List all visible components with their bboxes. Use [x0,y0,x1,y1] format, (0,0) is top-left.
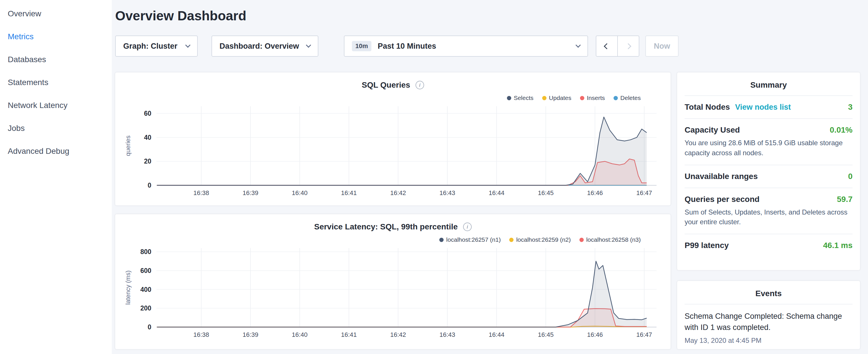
chevron-right-icon [625,43,631,49]
sidebar-item-advanced-debug[interactable]: Advanced Debug [0,140,112,163]
svg-text:16:39: 16:39 [243,189,258,196]
sql-queries-chart[interactable]: 020406016:3816:3916:4016:4116:4216:4316:… [122,103,664,198]
event-timestamp: May 13, 2020 at 4:45 PM [685,336,852,345]
legend-item-localhost-26257-n1[interactable]: localhost:26257 (n1) [439,236,501,243]
legend-item-inserts[interactable]: Inserts [580,95,605,101]
time-next-button[interactable] [617,35,639,57]
legend-dot-icon [580,238,584,242]
svg-text:60: 60 [144,110,151,117]
summary-label: Queries per second [685,195,760,204]
time-step-buttons [596,35,639,57]
graph-dropdown[interactable]: Graph: Cluster [115,35,198,57]
svg-text:16:44: 16:44 [489,331,504,338]
svg-text:16:47: 16:47 [637,331,652,338]
chevron-down-icon [185,42,190,47]
svg-text:16:40: 16:40 [292,331,308,338]
summary-value: 59.7 [837,195,853,204]
info-icon[interactable]: i [415,81,424,89]
legend-dot-icon [439,238,443,242]
chevron-down-icon [306,42,311,47]
svg-text:16:41: 16:41 [341,331,357,338]
svg-text:16:40: 16:40 [292,189,308,196]
svg-text:40: 40 [144,134,151,141]
legend-dot-icon [509,238,514,242]
legend-label: Updates [549,95,571,101]
chart-title: Service Latency: SQL, 99th percentile [314,222,458,231]
svg-text:16:46: 16:46 [587,189,603,196]
legend-label: Inserts [587,95,605,101]
legend-item-localhost-26259-n2[interactable]: localhost:26259 (n2) [509,236,570,243]
legend-dot-icon [614,96,618,100]
events-card: Events Schema Change Completed: Schema c… [677,281,860,349]
chart-legend: SelectsUpdatesInsertsDeletes [122,94,664,102]
summary-value: 46.1 ms [823,241,852,250]
time-window-selector[interactable]: 10m Past 10 Minutes [344,35,588,57]
graph-dropdown-label: Graph: Cluster [123,42,177,51]
chart-card-service-latency: Service Latency: SQL, 99th percentile i … [115,214,671,349]
sidebar-item-statements[interactable]: Statements [0,71,112,94]
summary-label: P99 latency [685,241,729,250]
time-window-label: Past 10 Minutes [378,42,436,51]
sidebar-item-metrics[interactable]: Metrics [0,25,112,48]
legend-item-updates[interactable]: Updates [542,95,571,101]
svg-text:800: 800 [141,248,151,255]
view-nodes-list-link[interactable]: View nodes list [735,103,791,112]
time-window-badge: 10m [352,41,371,51]
legend-dot-icon [507,96,511,100]
summary-rows: Total NodesView nodes list3Capacity Used… [685,96,852,257]
events-title: Events [685,281,852,304]
legend-dot-icon [580,96,584,100]
dashboard-body: SQL Queries i SelectsUpdatesInsertsDelet… [115,72,860,349]
summary-value: 3 [848,102,852,112]
service-latency-chart[interactable]: 020040060080016:3816:3916:4016:4116:4216… [122,245,664,340]
event-text: Schema Change Completed: Schema change w… [685,311,852,333]
main-content: Overview Dashboard Graph: Cluster Dashbo… [112,0,868,354]
right-column: Summary Total NodesView nodes list3Capac… [677,72,860,349]
time-prev-button[interactable] [596,35,618,57]
chart-card-sql-queries: SQL Queries i SelectsUpdatesInsertsDelet… [115,72,671,205]
summary-row-total-nodes: Total NodesView nodes list3 [685,96,852,118]
svg-text:latency (ms): latency (ms) [124,270,131,305]
now-button[interactable]: Now [645,35,679,57]
svg-text:16:46: 16:46 [587,331,603,338]
svg-text:0: 0 [148,323,151,331]
dashboard-dropdown[interactable]: Dashboard: Overview [212,35,318,57]
svg-text:16:45: 16:45 [538,331,554,338]
legend-label: localhost:26259 (n2) [516,236,570,243]
legend-label: localhost:26257 (n1) [446,236,501,243]
info-icon[interactable]: i [463,223,472,231]
summary-label: Unavailable ranges [685,172,758,181]
legend-label: localhost:26258 (n3) [586,236,641,243]
summary-title: Summary [685,72,852,96]
legend-dot-icon [542,96,547,100]
legend-label: Selects [514,95,534,101]
svg-text:16:44: 16:44 [489,189,504,196]
summary-row-p99-latency: P99 latency46.1 ms [685,234,852,257]
svg-text:16:39: 16:39 [243,331,258,338]
event-item: Schema Change Completed: Schema change w… [685,311,852,345]
svg-text:queries: queries [124,135,131,156]
legend-item-selects[interactable]: Selects [507,95,534,101]
svg-text:200: 200 [141,304,151,312]
sidebar-item-jobs[interactable]: Jobs [0,117,112,140]
svg-text:600: 600 [141,267,151,275]
sidebar-item-network-latency[interactable]: Network Latency [0,94,112,117]
dashboard-dropdown-label: Dashboard: Overview [219,42,299,51]
legend-label: Deletes [620,95,641,101]
svg-text:16:42: 16:42 [390,331,406,338]
sidebar-item-databases[interactable]: Databases [0,48,112,71]
chart-title-row: Service Latency: SQL, 99th percentile i [122,222,664,234]
legend-item-deletes[interactable]: Deletes [614,95,641,101]
legend-item-localhost-26258-n3[interactable]: localhost:26258 (n3) [580,236,641,243]
chevron-left-icon [604,43,610,49]
svg-text:16:38: 16:38 [193,331,209,338]
sidebar-item-overview[interactable]: Overview [0,2,112,25]
svg-text:16:45: 16:45 [538,189,554,196]
chart-legend: localhost:26257 (n1)localhost:26259 (n2)… [122,235,664,244]
app-root: OverviewMetricsDatabasesStatementsNetwor… [0,0,868,354]
page-title: Overview Dashboard [115,7,860,24]
summary-value: 0 [848,172,852,181]
summary-caption: Sum of Selects, Updates, Inserts, and De… [685,207,852,227]
events-list: Schema Change Completed: Schema change w… [685,311,852,345]
svg-text:16:43: 16:43 [440,331,455,338]
